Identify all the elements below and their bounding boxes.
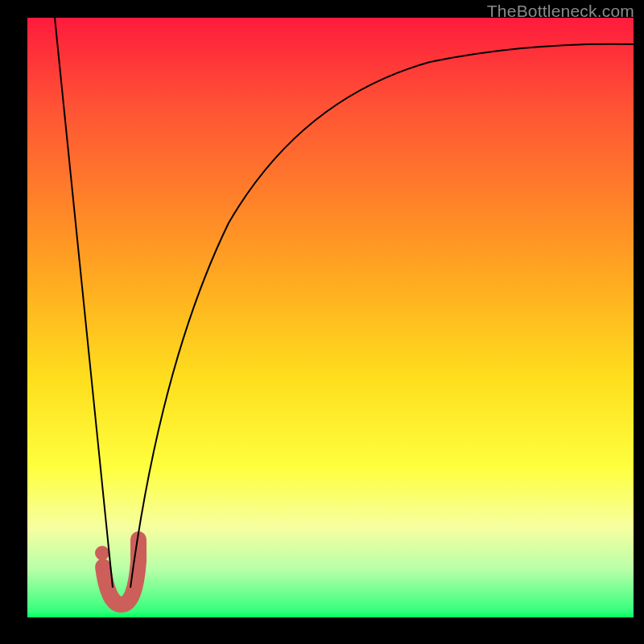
j-dot bbox=[95, 546, 109, 560]
left-descent-line bbox=[55, 18, 113, 588]
chart-frame: TheBottleneck.com bbox=[0, 0, 644, 644]
watermark-text: TheBottleneck.com bbox=[487, 2, 634, 21]
right-ascent-curve bbox=[130, 44, 634, 588]
curve-layer bbox=[27, 18, 634, 617]
plot-area bbox=[27, 18, 634, 617]
